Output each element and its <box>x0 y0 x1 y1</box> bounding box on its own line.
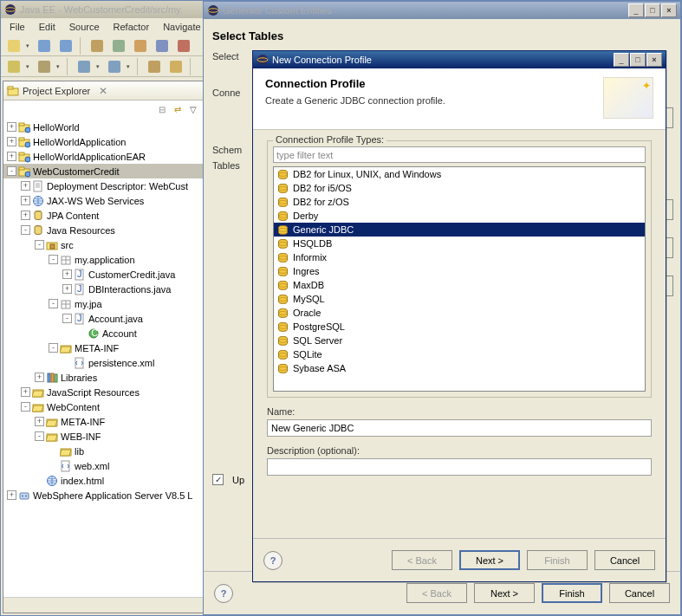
profile-type-item[interactable]: Oracle <box>274 306 645 320</box>
expand-icon[interactable]: + <box>7 152 16 161</box>
tree-node[interactable]: persistence.xml <box>3 355 203 370</box>
tree-node[interactable]: +Deployment Descriptor: WebCust <box>3 178 203 193</box>
profile-type-item[interactable]: SQLite <box>274 347 645 361</box>
collapse-icon[interactable]: - <box>49 299 58 308</box>
help-button[interactable]: ? <box>263 551 283 570</box>
tree-node[interactable]: index.html <box>3 473 203 488</box>
tool-icon[interactable] <box>4 58 23 75</box>
new-wizard-icon[interactable] <box>4 37 23 55</box>
collapse-icon[interactable]: - <box>21 225 30 235</box>
tree-node[interactable]: -WebCustomerCredit <box>3 164 203 178</box>
profile-type-item[interactable]: Sybase ASA <box>274 361 645 375</box>
close-button[interactable]: × <box>646 53 662 67</box>
tool-icon[interactable] <box>105 58 124 75</box>
tool-icon[interactable] <box>75 58 94 75</box>
maximize-button[interactable]: □ <box>630 53 646 67</box>
update-checkbox[interactable]: ✓ <box>212 474 224 485</box>
collapse-icon[interactable]: - <box>35 431 44 441</box>
expand-icon[interactable]: + <box>21 196 30 205</box>
tree-node[interactable]: -Java Resources <box>3 223 203 237</box>
maximize-button[interactable]: □ <box>645 3 660 17</box>
tree-node[interactable]: +JavaScript Resources <box>3 385 203 399</box>
tree-node[interactable]: Account <box>3 326 203 340</box>
tree-node[interactable]: +HelloWorldApplication <box>3 134 203 149</box>
menu-source[interactable]: Source <box>62 20 107 34</box>
collapse-icon[interactable]: - <box>62 314 72 323</box>
expand-icon[interactable]: + <box>7 122 16 132</box>
collapse-icon[interactable]: - <box>21 402 30 412</box>
expand-icon[interactable]: + <box>62 284 72 294</box>
help-button[interactable]: ? <box>214 584 233 603</box>
profile-type-item[interactable]: MySQL <box>274 292 645 306</box>
expand-icon[interactable]: + <box>7 137 16 146</box>
tool-icon[interactable] <box>166 58 185 75</box>
tree-node[interactable]: -Account.java <box>3 311 203 326</box>
profile-type-item[interactable]: DB2 for Linux, UNIX, and Windows <box>274 167 645 181</box>
expand-icon[interactable]: + <box>35 417 44 426</box>
profile-type-item[interactable]: Ingres <box>274 264 645 278</box>
minimize-button[interactable]: _ <box>614 53 629 67</box>
minimize-button[interactable]: _ <box>628 3 644 17</box>
back-button[interactable]: < Back <box>406 583 467 603</box>
profile-type-item[interactable]: Generic JDBC <box>274 223 645 237</box>
tool-icon[interactable] <box>174 37 193 55</box>
expand-icon[interactable]: + <box>21 181 30 191</box>
dropdown-arrow-icon[interactable]: ▾ <box>26 37 32 55</box>
menu-refactor[interactable]: Refactor <box>107 20 157 34</box>
profile-types-list[interactable]: DB2 for Linux, UNIX, and WindowsDB2 for … <box>273 166 646 392</box>
expand-icon[interactable]: + <box>21 387 30 397</box>
save-icon[interactable] <box>35 37 54 55</box>
collapse-all-icon[interactable]: ⊟ <box>156 103 168 115</box>
profile-type-item[interactable]: Informix <box>274 250 645 264</box>
tree-node[interactable]: web.xml <box>3 458 203 473</box>
tree-node[interactable]: +HelloWorldApplicationEAR <box>3 149 203 164</box>
profile-type-item[interactable]: SQL Server <box>274 334 645 347</box>
expand-icon[interactable]: + <box>7 490 16 500</box>
tree-node[interactable]: +DBInteractions.java <box>3 282 203 296</box>
close-icon[interactable]: ✕ <box>99 85 107 97</box>
tree-node[interactable]: -my.application <box>3 252 203 267</box>
tool-icon[interactable] <box>35 58 54 75</box>
save-all-icon[interactable] <box>56 37 75 55</box>
tree-node[interactable]: lib <box>3 444 203 458</box>
menu-file[interactable]: File <box>3 20 32 34</box>
collapse-icon[interactable]: - <box>35 240 44 250</box>
menu-edit[interactable]: Edit <box>32 20 62 34</box>
tree-node[interactable]: +Libraries <box>3 370 203 385</box>
conn-titlebar[interactable]: New Connection Profile _ □ × <box>253 51 666 68</box>
profile-type-item[interactable]: PostgreSQL <box>274 320 645 334</box>
tool-icon[interactable] <box>131 37 150 55</box>
profile-type-item[interactable]: DB2 for z/OS <box>274 195 645 209</box>
tree-node[interactable]: +JPA Content <box>3 208 203 223</box>
profile-type-item[interactable]: DB2 for i5/OS <box>274 181 645 195</box>
tool-icon[interactable] <box>145 58 164 75</box>
filter-input[interactable] <box>273 146 646 163</box>
collapse-icon[interactable]: - <box>7 166 16 176</box>
link-editor-icon[interactable]: ⇄ <box>172 103 184 115</box>
desc-input[interactable] <box>267 458 652 476</box>
expand-icon[interactable]: + <box>62 269 72 279</box>
collapse-icon[interactable]: - <box>49 255 58 264</box>
tree-node[interactable]: +HelloWorld <box>3 120 203 134</box>
profile-type-item[interactable]: HSQLDB <box>274 237 645 250</box>
tool-icon[interactable] <box>153 37 172 55</box>
project-tree[interactable]: +HelloWorld+HelloWorldApplication+HelloW… <box>3 118 203 597</box>
finish-button[interactable]: Finish <box>542 583 602 603</box>
tree-node[interactable]: -META-INF <box>3 340 203 355</box>
name-input[interactable] <box>267 419 652 437</box>
cancel-button[interactable]: Cancel <box>609 583 670 603</box>
view-menu-icon[interactable]: ▽ <box>187 103 199 115</box>
gen-titlebar[interactable]: Generate Custom Entities _ □ × <box>204 2 680 19</box>
tree-node[interactable]: +META-INF <box>3 414 203 429</box>
tool-icon[interactable] <box>109 37 128 55</box>
profile-type-item[interactable]: MaxDB <box>274 278 645 292</box>
tree-node[interactable]: -WebContent <box>3 399 203 414</box>
expand-icon[interactable]: + <box>35 373 44 382</box>
cancel-button[interactable]: Cancel <box>594 550 655 570</box>
finish-button[interactable]: Finish <box>527 550 588 570</box>
menu-navigate[interactable]: Navigate <box>156 20 207 34</box>
tree-node[interactable]: +CustomerCredit.java <box>3 267 203 282</box>
tree-node[interactable]: +WebSphere Application Server V8.5 L <box>3 488 203 503</box>
profile-type-item[interactable]: Derby <box>274 209 645 223</box>
back-button[interactable]: < Back <box>392 550 452 570</box>
